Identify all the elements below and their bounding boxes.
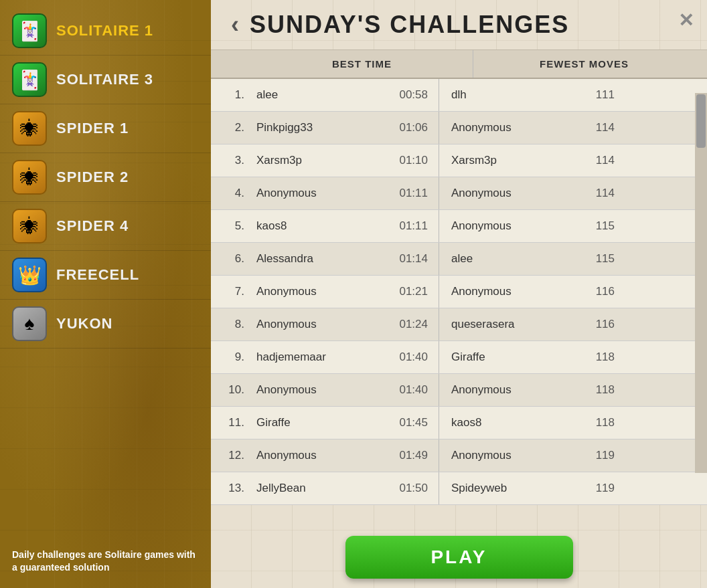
cell-fm-name: queserasera (439, 308, 573, 340)
leaderboard-table-container: BEST TIME FEWEST MOVES 1.alee00:58dlh111… (211, 50, 707, 526)
cell-bt-name: Anonymous (251, 276, 378, 308)
cell-bt-time: 01:11 (378, 210, 439, 242)
cell-fm-moves: 111 (573, 79, 620, 111)
sidebar-item-spider4[interactable]: 🕷SPIDER 4 (0, 202, 211, 251)
cell-rank: 13. (211, 472, 251, 504)
main-panel: ‹ SUNDAY'S CHALLENGES ✕ BEST TIME FEWEST… (211, 0, 707, 588)
sidebar-label-spider2: SPIDER 2 (56, 169, 129, 186)
sidebar-item-freecell[interactable]: 👑FREECELL (0, 251, 211, 300)
freecell-icon: 👑 (12, 258, 47, 292)
col-fewest-moves-header: FEWEST MOVES (473, 50, 695, 78)
table-row: 7.Anonymous01:21Anonymous116 (211, 276, 707, 308)
cell-bt-name: Pinkpigg33 (251, 112, 378, 144)
cell-fm-name: dlh (439, 79, 573, 111)
cell-fm-moves: 119 (573, 472, 620, 504)
cell-fm-name: Giraffe (439, 341, 573, 373)
cell-fm-name: alee (439, 243, 573, 275)
cell-fm-moves: 118 (573, 374, 620, 406)
solitaire3-icon: 🃏 (12, 62, 47, 97)
header: ‹ SUNDAY'S CHALLENGES ✕ (211, 0, 707, 50)
back-button[interactable]: ‹ (231, 13, 239, 37)
cell-bt-time: 01:21 (378, 276, 439, 308)
cell-fm-moves: 114 (573, 144, 620, 177)
cell-rank: 7. (211, 276, 251, 308)
spider4-icon: 🕷 (12, 209, 47, 243)
page-title: SUNDAY'S CHALLENGES (250, 11, 569, 39)
cell-fm-name: Spideyweb (439, 472, 573, 504)
close-button[interactable]: ✕ (678, 9, 694, 31)
cell-fm-name: Anonymous (439, 210, 573, 242)
table-row: 5.kaos801:11Anonymous115 (211, 210, 707, 243)
table-row: 3.Xarsm3p01:10Xarsm3p114 (211, 144, 707, 177)
scrollbar[interactable] (695, 93, 707, 473)
cell-bt-name: Anonymous (251, 308, 378, 340)
cell-fm-moves: 118 (573, 407, 620, 439)
cell-fm-name: kaos8 (439, 407, 573, 439)
cell-rank: 2. (211, 112, 251, 144)
sidebar-label-yukon: YUKON (56, 315, 112, 332)
sidebar-item-spider2[interactable]: 🕷SPIDER 2 (0, 153, 211, 202)
cell-rank: 4. (211, 177, 251, 209)
cell-rank: 6. (211, 243, 251, 275)
play-area: PLAY (211, 526, 707, 588)
sidebar-label-freecell: FREECELL (56, 266, 139, 284)
cell-bt-time: 01:50 (378, 472, 439, 504)
cell-rank: 8. (211, 308, 251, 340)
cell-rank: 3. (211, 144, 251, 177)
sidebar-label-spider4: SPIDER 4 (56, 217, 129, 235)
cell-fm-name: Anonymous (439, 177, 573, 209)
cell-bt-name: Anonymous (251, 439, 378, 472)
table-row: 2.Pinkpigg3301:06Anonymous114 (211, 112, 707, 144)
cell-fm-name: Anonymous (439, 374, 573, 406)
cell-bt-time: 00:58 (378, 79, 439, 111)
play-button[interactable]: PLAY (345, 536, 573, 579)
cell-bt-time: 01:11 (378, 177, 439, 209)
cell-rank: 9. (211, 341, 251, 373)
cell-bt-time: 01:40 (378, 341, 439, 373)
cell-fm-moves: 114 (573, 112, 620, 144)
cell-fm-moves: 114 (573, 177, 620, 209)
table-row: 9.hadjememaar01:40Giraffe118 (211, 341, 707, 374)
table-row: 6.Alessandra01:14alee115 (211, 243, 707, 276)
cell-bt-name: JellyBean (251, 472, 378, 504)
yukon-icon: ♠ (12, 306, 47, 341)
cell-bt-name: Anonymous (251, 374, 378, 406)
sidebar-item-yukon[interactable]: ♠YUKON (0, 300, 211, 349)
cell-bt-name: Anonymous (251, 177, 378, 209)
cell-fm-name: Anonymous (439, 112, 573, 144)
sidebar-item-solitaire1[interactable]: 🃏SOLITAIRE 1 (0, 7, 211, 56)
cell-bt-name: kaos8 (251, 210, 378, 242)
cell-fm-moves: 118 (573, 341, 620, 373)
cell-rank: 11. (211, 407, 251, 439)
sidebar: 🃏SOLITAIRE 1🃏SOLITAIRE 3🕷SPIDER 1🕷SPIDER… (0, 0, 211, 588)
cell-rank: 12. (211, 439, 251, 472)
table-row: 12.Anonymous01:49Anonymous119 (211, 439, 707, 472)
cell-bt-name: Giraffe (251, 407, 378, 439)
cell-rank: 5. (211, 210, 251, 242)
cell-bt-time: 01:24 (378, 308, 439, 340)
table-row: 10.Anonymous01:40Anonymous118 (211, 374, 707, 407)
cell-rank: 10. (211, 374, 251, 406)
cell-bt-time: 01:49 (378, 439, 439, 472)
cell-bt-time: 01:10 (378, 144, 439, 177)
cell-fm-name: Xarsm3p (439, 144, 573, 177)
spider2-icon: 🕷 (12, 160, 47, 195)
cell-rank: 1. (211, 79, 251, 111)
cell-bt-name: hadjememaar (251, 341, 378, 373)
cell-bt-time: 01:45 (378, 407, 439, 439)
table-row: 8.Anonymous01:24queserasera116 (211, 308, 707, 341)
sidebar-item-spider1[interactable]: 🕷SPIDER 1 (0, 104, 211, 153)
cell-bt-name: Alessandra (251, 243, 378, 275)
sidebar-items-list: 🃏SOLITAIRE 1🃏SOLITAIRE 3🕷SPIDER 1🕷SPIDER… (0, 0, 211, 538)
sidebar-label-solitaire1: SOLITAIRE 1 (56, 22, 153, 39)
rows-container: 1.alee00:58dlh1112.Pinkpigg3301:06Anonym… (211, 79, 707, 505)
sidebar-item-solitaire3[interactable]: 🃏SOLITAIRE 3 (0, 56, 211, 104)
cell-bt-name: Xarsm3p (251, 144, 378, 177)
cell-bt-time: 01:06 (378, 112, 439, 144)
solitaire1-icon: 🃏 (12, 13, 47, 48)
cell-fm-moves: 115 (573, 243, 620, 275)
sidebar-label-spider1: SPIDER 1 (56, 120, 129, 137)
scrollbar-thumb[interactable] (696, 94, 706, 148)
cell-fm-name: Anonymous (439, 439, 573, 472)
cell-bt-time: 01:14 (378, 243, 439, 275)
